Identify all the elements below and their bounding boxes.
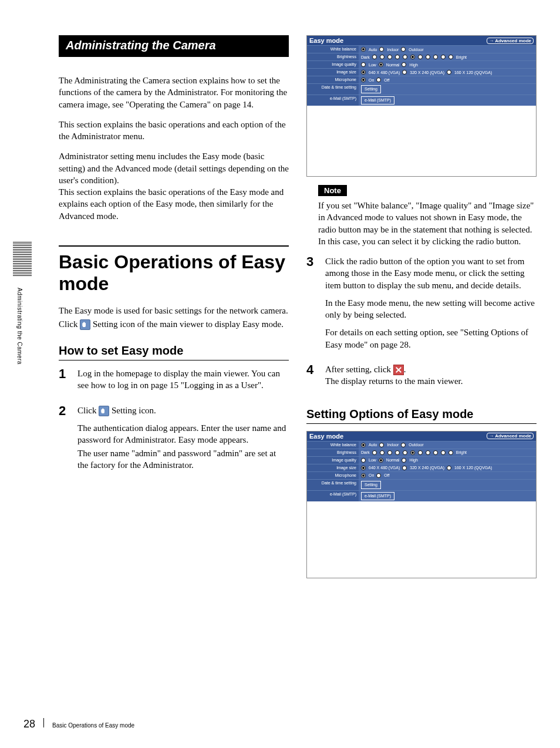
brightness-dot[interactable] (448, 450, 453, 455)
intro-paragraph-3a: Administrator setting menu includes the … (59, 150, 289, 186)
side-section-label: Administrating the Camera (16, 288, 23, 365)
page-title: Basic Operations of Easy mode (59, 251, 289, 295)
brightness-dot[interactable] (418, 450, 423, 455)
radio-icon[interactable] (379, 47, 384, 52)
intro-paragraph-1: The Administrating the Camera section ex… (59, 75, 289, 110)
easy-mode-panel-screenshot-1: Easy mode→ Advanced modeWhite balanceAut… (306, 35, 537, 177)
left-column: Administrating the Camera The Administra… (59, 35, 289, 587)
step-number: 4 (306, 363, 318, 393)
brightness-dot[interactable] (395, 450, 400, 455)
radio-icon[interactable] (401, 47, 406, 52)
radio-icon[interactable] (379, 458, 383, 463)
radio-icon[interactable] (402, 70, 407, 75)
intro-paragraph-3b: This section explains the basic operatio… (59, 186, 289, 222)
page-footer: 28 Basic Operations of Easy mode (23, 718, 134, 730)
panel-title: Easy mode (309, 433, 343, 440)
brightness-dot[interactable] (426, 450, 430, 455)
step-number: 2 (59, 405, 70, 477)
radio-icon[interactable] (379, 62, 383, 67)
radio-icon[interactable] (379, 443, 384, 447)
panel-title: Easy mode (309, 37, 343, 44)
easy-mode-panel-screenshot-2: Easy mode→ Advanced modeWhite balanceAut… (306, 431, 537, 578)
radio-icon[interactable] (447, 70, 451, 75)
brightness-dot[interactable] (410, 450, 415, 455)
note-chip: Note (318, 185, 347, 196)
brightness-dot[interactable] (395, 55, 400, 59)
step-number: 3 (306, 255, 318, 356)
radio-icon[interactable] (361, 47, 366, 52)
step-2: 2 Click Setting icon. The authentication… (59, 405, 289, 477)
settings-icon (99, 406, 109, 416)
settings-icon (80, 319, 90, 330)
brightness-dot[interactable] (387, 450, 392, 455)
radio-icon[interactable] (447, 466, 451, 470)
note-block: Note If you set "White balance", "Image … (318, 185, 537, 247)
radio-icon[interactable] (376, 473, 381, 478)
radio-icon[interactable] (361, 78, 366, 82)
footer-text: Basic Operations of Easy mode (52, 722, 134, 729)
brightness-dot[interactable] (426, 55, 430, 59)
radio-icon[interactable] (402, 62, 406, 67)
brightness-dot[interactable] (418, 55, 423, 59)
page-number: 28 (23, 718, 35, 730)
brightness-dot[interactable] (433, 55, 438, 59)
brightness-dot[interactable] (380, 55, 384, 59)
advanced-mode-button[interactable]: → Advanced mode (487, 38, 534, 44)
brightness-dot[interactable] (372, 55, 377, 59)
setting-options-heading: Setting Options of Easy mode (306, 407, 537, 424)
radio-icon[interactable] (402, 466, 407, 470)
close-icon (393, 365, 404, 375)
easy-intro-a: The Easy mode is used for basic settings… (59, 305, 289, 316)
advanced-mode-button[interactable]: → Advanced mode (487, 433, 534, 439)
radio-icon[interactable] (361, 466, 366, 470)
date-time-setting-button[interactable]: Setting (361, 481, 381, 489)
right-column: Easy mode→ Advanced modeWhite balanceAut… (306, 35, 537, 587)
brightness-dot[interactable] (403, 450, 407, 455)
how-to-heading: How to set Easy mode (59, 344, 289, 360)
brightness-dot[interactable] (441, 55, 446, 59)
step-1: 1 Log in the homepage to display the mai… (59, 368, 289, 397)
radio-icon[interactable] (402, 458, 406, 463)
step-number: 1 (59, 368, 70, 397)
side-stripes-decoration (13, 241, 32, 276)
brightness-dot[interactable] (380, 450, 384, 455)
intro-paragraph-2: This section explains the basic operatio… (59, 119, 289, 143)
brightness-dot[interactable] (433, 450, 438, 455)
brightness-dot[interactable] (441, 450, 446, 455)
brightness-dot[interactable] (387, 55, 392, 59)
brightness-dot[interactable] (403, 55, 407, 59)
date-time-setting-button[interactable]: Setting (361, 85, 381, 93)
brightness-dot[interactable] (448, 55, 453, 59)
section-divider (59, 245, 289, 247)
step-4: 4 After setting, click . The display ret… (306, 363, 537, 393)
step-3: 3 Click the radio button of the option y… (306, 255, 537, 356)
radio-icon[interactable] (361, 70, 366, 75)
section-banner: Administrating the Camera (59, 35, 289, 57)
radio-icon[interactable] (361, 443, 366, 447)
easy-intro-b: Click Setting icon of the main viewer to… (59, 318, 289, 331)
note-text: If you set "White balance", "Image quali… (318, 200, 537, 247)
brightness-dot[interactable] (410, 55, 415, 59)
email-smtp-button[interactable]: e-Mail (SMTP) (361, 492, 394, 500)
radio-icon[interactable] (361, 62, 366, 67)
radio-icon[interactable] (401, 443, 406, 447)
radio-icon[interactable] (361, 458, 366, 463)
brightness-dot[interactable] (372, 450, 377, 455)
radio-icon[interactable] (361, 473, 366, 478)
email-smtp-button[interactable]: e-Mail (SMTP) (361, 96, 394, 105)
radio-icon[interactable] (376, 78, 381, 82)
